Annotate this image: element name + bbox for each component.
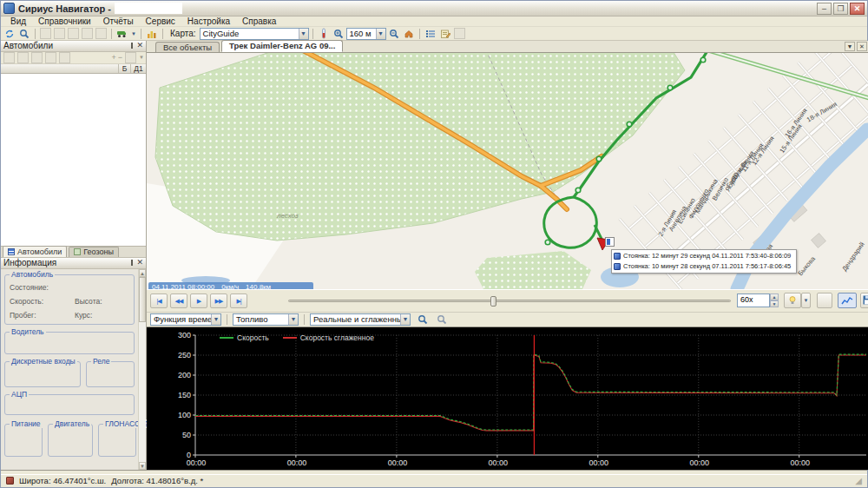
- field-course: Курс:: [75, 311, 92, 320]
- tab-close-icon[interactable]: ✕: [857, 42, 867, 51]
- playback-speed-stepper[interactable]: ▲▼: [770, 293, 779, 307]
- chevron-down-icon[interactable]: ▼: [400, 314, 410, 325]
- menu-help[interactable]: Справка: [236, 16, 282, 26]
- undo-icon-disabled: [54, 28, 65, 39]
- chevron-down-icon[interactable]: ▼: [139, 55, 144, 60]
- field-height: Высота:: [75, 297, 102, 306]
- tab-list-icon[interactable]: ▼: [845, 42, 855, 51]
- svg-text:300: 300: [178, 331, 191, 340]
- scale-select[interactable]: 160 м ▼: [346, 28, 386, 40]
- columns-icon[interactable]: [125, 52, 136, 63]
- vehicle-list[interactable]: [1, 74, 146, 247]
- home-icon[interactable]: [402, 28, 416, 40]
- separator: [111, 29, 112, 39]
- chevron-down-icon[interactable]: ▼: [288, 314, 298, 325]
- rewind-icon[interactable]: ◀◀: [170, 293, 187, 308]
- collapse-icon[interactable]: −: [118, 53, 122, 62]
- tab-track[interactable]: Трек Daimler-Benz AG 09...: [221, 40, 343, 52]
- chart-icon[interactable]: [145, 28, 159, 40]
- map-view[interactable]: лесхоз 18-я Линия16-я Линия15-я Линия12-…: [147, 53, 868, 289]
- refresh-icon[interactable]: [3, 28, 16, 40]
- left-panel-tabs: Автомобили Геозоны: [1, 247, 146, 258]
- separator: [227, 314, 227, 325]
- chevron-down-icon[interactable]: ▼: [211, 314, 220, 325]
- chevron-down-icon[interactable]: ▼: [299, 29, 308, 39]
- link-icon-disabled: [82, 28, 93, 39]
- stop-text-2: Стоянка: 10 минут 28 секунд 07.11.2011 7…: [623, 262, 791, 270]
- vehicles-tab-icon: [8, 248, 15, 255]
- menu-bar: Вид Справочники Отчёты Сервис Настройка …: [1, 16, 867, 27]
- search-icon[interactable]: [17, 28, 31, 40]
- menu-settings[interactable]: Настройка: [181, 16, 236, 26]
- menu-reports[interactable]: Отчёты: [97, 16, 140, 26]
- pin-icon[interactable]: [131, 260, 133, 266]
- menu-directories[interactable]: Справочники: [32, 16, 97, 26]
- separator: [419, 29, 420, 39]
- zoom-in-icon[interactable]: [332, 28, 345, 40]
- column-d1[interactable]: Д1: [130, 64, 146, 73]
- zoom-out-icon[interactable]: [387, 28, 401, 40]
- playback-speed-input[interactable]: 60х: [737, 293, 770, 307]
- column-b[interactable]: Б: [118, 64, 130, 73]
- speed-chart[interactable]: 05010015020025030000:0000:0000:0000:0000…: [147, 327, 868, 470]
- parameter-value: Топливо: [233, 314, 288, 324]
- skip-to-start-icon[interactable]: |◀: [150, 293, 168, 308]
- skip-to-end-icon[interactable]: ▶|: [230, 293, 247, 308]
- scroll-up-icon[interactable]: ▲: [139, 269, 146, 277]
- stop-icon: [614, 253, 621, 260]
- timeline-slider-thumb[interactable]: [490, 296, 496, 307]
- main-toolbar: ▼ Карта: CityGuide ▼ 160 м ▼: [1, 27, 867, 40]
- expand-icon[interactable]: +: [112, 53, 116, 62]
- timeline-slider[interactable]: [288, 300, 731, 302]
- vehicles-panel-title: Автомобили: [3, 41, 53, 50]
- chart-canvas[interactable]: 05010015020025030000:0000:0000:0000:0000…: [147, 327, 868, 470]
- tab-geozones[interactable]: Геозоны: [69, 247, 119, 257]
- group-engine-label: Двигатель: [53, 419, 91, 428]
- svg-text:50: 50: [182, 431, 191, 439]
- close-panel-icon[interactable]: ✕: [136, 42, 143, 49]
- list-icon[interactable]: [424, 28, 437, 40]
- close-panel-icon[interactable]: ✕: [136, 259, 143, 267]
- separator: [162, 29, 163, 39]
- chart-zoom-out-icon[interactable]: [435, 313, 449, 326]
- hint-dropdown-icon[interactable]: ▼: [801, 293, 811, 308]
- window-title: Сириус Навигатор -: [18, 3, 111, 14]
- chart-zoom-in-icon[interactable]: [416, 313, 430, 326]
- vehicle-dropdown-icon[interactable]: ▼: [130, 28, 137, 40]
- show-chart-toggle[interactable]: [838, 293, 857, 308]
- save-button[interactable]: [860, 293, 868, 308]
- close-button[interactable]: ✕: [850, 3, 865, 15]
- time-function-select[interactable]: Функция времени ▼: [150, 313, 221, 326]
- notes-icon[interactable]: [438, 28, 452, 40]
- restore-button[interactable]: ❐: [833, 3, 848, 15]
- column-name[interactable]: [1, 64, 118, 73]
- chevron-down-icon[interactable]: ▼: [376, 29, 385, 39]
- pin-icon[interactable]: [131, 43, 133, 49]
- svg-text:00:00: 00:00: [388, 458, 408, 467]
- mode-select[interactable]: Реальные и сглаженные значен ▼: [310, 313, 411, 326]
- vehicle-icon[interactable]: [115, 28, 129, 40]
- group-relay: Реле: [86, 361, 135, 387]
- resize-grip[interactable]: ◢: [855, 476, 862, 485]
- play-icon[interactable]: ▶: [190, 293, 207, 308]
- info-scrollbar[interactable]: ▲ ▼: [138, 269, 146, 470]
- parameter-select[interactable]: Топливо ▼: [233, 313, 299, 326]
- fast-forward-icon[interactable]: ▶▶: [210, 293, 227, 308]
- group-adc: АЦП: [4, 394, 135, 415]
- scroll-thumb[interactable]: [139, 277, 146, 322]
- stop-info-icon[interactable]: [605, 237, 615, 247]
- track-slider-icon[interactable]: [317, 28, 331, 40]
- tab-all-objects[interactable]: Все объекты: [155, 42, 220, 52]
- map-select[interactable]: CityGuide ▼: [200, 28, 309, 40]
- status-bar: Широта: 46.47401°с.ш. Долгота: 41.48016°…: [1, 474, 867, 487]
- separator: [304, 314, 305, 325]
- time-function-value: Функция времени: [151, 314, 211, 324]
- menu-service[interactable]: Сервис: [140, 16, 181, 26]
- scroll-down-icon[interactable]: ▼: [139, 462, 146, 470]
- legend-speed-label: Скорость: [237, 333, 269, 342]
- menu-view[interactable]: Вид: [4, 16, 32, 26]
- tab-vehicles[interactable]: Автомобили: [3, 246, 67, 257]
- hint-button[interactable]: [784, 293, 801, 308]
- minimize-button[interactable]: –: [817, 3, 832, 15]
- spare-button[interactable]: [817, 293, 832, 308]
